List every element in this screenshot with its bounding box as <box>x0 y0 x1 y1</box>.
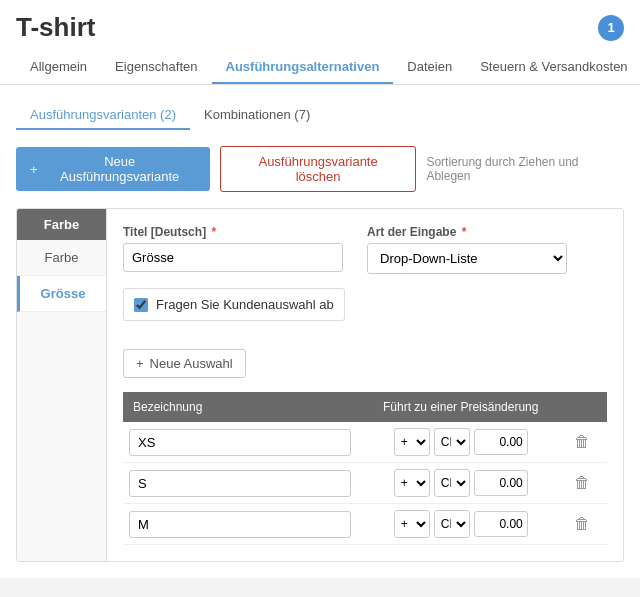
form-group-title: Titel [Deutsch] * <box>123 225 343 272</box>
page-badge: 1 <box>598 15 624 41</box>
checkbox-container: Fragen Sie Kundenauswahl ab <box>123 288 607 335</box>
choice-input-xs[interactable] <box>129 429 351 456</box>
variant-detail: Titel [Deutsch] * Art der Eingabe * Drop… <box>107 209 623 561</box>
tab-allgemein[interactable]: Allgemein <box>16 51 101 84</box>
currency-select-m[interactable]: CH <box>434 510 470 538</box>
variants-panel: Farbe Farbe Grösse Titel [Deutsch] * Art… <box>16 208 624 562</box>
cell-price-xs: + - CH <box>357 422 564 463</box>
cell-delete-s: 🗑 <box>564 463 607 504</box>
page-title: T-shirt <box>16 12 95 43</box>
sign-select-s[interactable]: + - <box>394 469 430 497</box>
delete-variant-button[interactable]: Ausführungsvariante löschen <box>220 146 417 192</box>
sign-select-m[interactable]: + - <box>394 510 430 538</box>
price-group-xs: + - CH <box>363 428 558 456</box>
action-bar: + Neue Ausführungsvariante Ausführungsva… <box>16 146 624 192</box>
add-choice-plus-icon: + <box>136 356 144 371</box>
price-group-m: + - CH <box>363 510 558 538</box>
tab-ausfuhrungsalternativen[interactable]: Ausführungsalternativen <box>212 51 394 84</box>
form-group-type: Art der Eingabe * Drop-Down-Liste <box>367 225 567 274</box>
price-input-s[interactable] <box>474 470 528 496</box>
col-header-bezeichnung: Bezeichnung <box>123 392 357 422</box>
choice-input-m[interactable] <box>129 511 351 538</box>
tab-dateien[interactable]: Dateien <box>393 51 466 84</box>
cell-bezeichnung-m <box>123 504 357 545</box>
price-group-s: + - CH <box>363 469 558 497</box>
main-content: Ausführungsvarianten (2) Kombinationen (… <box>0 85 640 578</box>
delete-xs-button[interactable]: 🗑 <box>570 431 594 453</box>
delete-m-button[interactable]: 🗑 <box>570 513 594 535</box>
sub-tab-kombinationen[interactable]: Kombinationen (7) <box>190 101 324 130</box>
type-label: Art der Eingabe * <box>367 225 567 239</box>
variant-list-header: Farbe <box>17 209 106 240</box>
add-choice-button[interactable]: + Neue Auswahl <box>123 349 246 378</box>
cell-price-s: + - CH <box>357 463 564 504</box>
col-header-actions <box>564 392 607 422</box>
variant-list: Farbe Farbe Grösse <box>17 209 107 561</box>
type-select[interactable]: Drop-Down-Liste <box>367 243 567 274</box>
sub-tab-bar: Ausführungsvarianten (2) Kombinationen (… <box>16 101 624 130</box>
form-row-title-type: Titel [Deutsch] * Art der Eingabe * Drop… <box>123 225 607 274</box>
currency-select-xs[interactable]: CH <box>434 428 470 456</box>
col-header-preisanderung: Führt zu einer Preisänderung <box>357 392 564 422</box>
cell-bezeichnung-xs <box>123 422 357 463</box>
price-input-m[interactable] <box>474 511 528 537</box>
choice-input-s[interactable] <box>129 470 351 497</box>
checkbox-label-text: Fragen Sie Kundenauswahl ab <box>156 297 334 312</box>
table-row: + - CH 🗑 <box>123 463 607 504</box>
choices-table: Bezeichnung Führt zu einer Preisänderung <box>123 392 607 545</box>
sub-tab-varianten[interactable]: Ausführungsvarianten (2) <box>16 101 190 130</box>
new-variant-button[interactable]: + Neue Ausführungsvariante <box>16 147 210 191</box>
price-input-xs[interactable] <box>474 429 528 455</box>
type-required: * <box>462 225 467 239</box>
page-title-bar: T-shirt 1 <box>16 12 624 51</box>
tab-steuern[interactable]: Steuern & Versandkosten <box>466 51 640 84</box>
table-row: + - CH 🗑 <box>123 422 607 463</box>
cell-bezeichnung-s <box>123 463 357 504</box>
delete-s-button[interactable]: 🗑 <box>570 472 594 494</box>
title-required: * <box>211 225 216 239</box>
main-nav: Allgemein Eigenschaften Ausführungsalter… <box>16 51 624 84</box>
tab-eigenschaften[interactable]: Eigenschaften <box>101 51 211 84</box>
title-input[interactable] <box>123 243 343 272</box>
cell-price-m: + - CH <box>357 504 564 545</box>
sign-select-xs[interactable]: + - <box>394 428 430 456</box>
plus-icon: + <box>30 162 38 177</box>
sort-hint: Sortierung durch Ziehen und Ablegen <box>426 155 624 183</box>
cell-delete-xs: 🗑 <box>564 422 607 463</box>
add-choice-label: Neue Auswahl <box>150 356 233 371</box>
new-variant-label: Neue Ausführungsvariante <box>44 154 196 184</box>
cell-delete-m: 🗑 <box>564 504 607 545</box>
variant-item-farbe[interactable]: Farbe <box>17 240 106 276</box>
customer-selection-checkbox[interactable] <box>134 298 148 312</box>
currency-select-s[interactable]: CH <box>434 469 470 497</box>
table-row: + - CH 🗑 <box>123 504 607 545</box>
variant-item-grosse[interactable]: Grösse <box>17 276 106 312</box>
checkbox-label-row[interactable]: Fragen Sie Kundenauswahl ab <box>123 288 345 321</box>
title-label: Titel [Deutsch] * <box>123 225 343 239</box>
header: T-shirt 1 Allgemein Eigenschaften Ausfüh… <box>0 0 640 85</box>
